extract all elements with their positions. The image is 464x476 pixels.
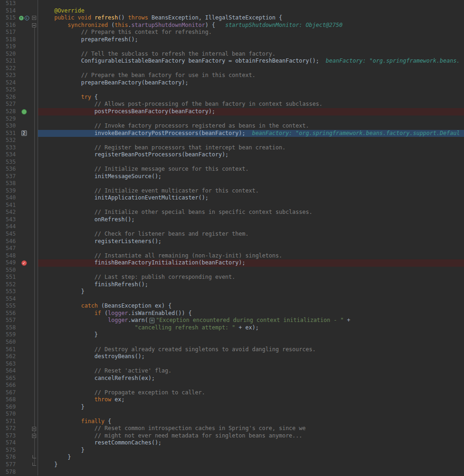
gutter[interactable]: 565 <box>0 375 38 382</box>
line-number[interactable]: 538 <box>0 180 17 187</box>
fold-area[interactable] <box>31 464 37 466</box>
gutter[interactable]: 556 <box>0 310 38 317</box>
line-number[interactable]: 515 <box>0 14 17 22</box>
line-number[interactable]: 541 <box>0 202 17 209</box>
code-line[interactable]: 514 @Override <box>0 7 464 15</box>
code-text[interactable] <box>38 65 464 72</box>
code-line[interactable]: 517 // Prepare this context for refreshi… <box>0 29 464 36</box>
gutter[interactable]: 563 <box>0 360 38 368</box>
code-line[interactable]: 565 cancelRefresh(ex); <box>0 375 464 382</box>
line-number[interactable]: 577 <box>0 461 17 469</box>
gutter[interactable]: 514 <box>0 7 38 15</box>
gutter[interactable]: 553 <box>0 288 38 296</box>
line-number[interactable]: 533 <box>0 144 17 152</box>
gutter[interactable]: 552 <box>0 281 38 289</box>
gutter[interactable]: 539 <box>0 187 38 195</box>
code-text[interactable]: // Instantiate all remaining (non-lazy-i… <box>38 252 464 260</box>
code-text[interactable] <box>38 116 464 123</box>
gutter[interactable]: 524 <box>0 79 38 87</box>
line-number[interactable]: 550 <box>0 267 17 274</box>
code-text[interactable]: } <box>38 454 464 461</box>
code-line[interactable]: 544 <box>0 223 464 231</box>
line-number[interactable]: 563 <box>0 360 17 368</box>
code-text[interactable] <box>38 296 464 303</box>
code-text[interactable] <box>38 411 464 418</box>
line-number[interactable]: 551 <box>0 274 17 281</box>
code-line[interactable]: 518 prepareRefresh(); <box>0 36 464 44</box>
code-line[interactable]: 528 postProcessBeanFactory(beanFactory); <box>0 108 464 116</box>
code-text[interactable]: postProcessBeanFactory(beanFactory); <box>38 108 464 116</box>
fold-collapse-icon[interactable] <box>32 23 36 27</box>
code-line[interactable]: 562 destroyBeans(); <box>0 353 464 360</box>
gutter[interactable]: 555 <box>0 302 38 310</box>
line-number[interactable]: 518 <box>0 36 17 44</box>
gutter[interactable]: 515↑↓ <box>0 14 38 22</box>
code-line[interactable]: 516 synchronized (this.startupShutdownMo… <box>0 22 464 29</box>
line-number[interactable]: 542 <box>0 209 17 216</box>
gutter[interactable]: 559 <box>0 331 38 339</box>
code-line[interactable]: 533 // Register bean processors that int… <box>0 144 464 152</box>
line-number[interactable]: 544 <box>0 223 17 231</box>
code-line[interactable]: 5312 invokeBeanFactoryPostProcessors(bea… <box>0 130 464 137</box>
line-number[interactable]: 556 <box>0 310 17 317</box>
code-text[interactable]: cancelRefresh(ex); <box>38 375 464 382</box>
code-text[interactable]: prepareBeanFactory(beanFactory); <box>38 79 464 87</box>
gutter[interactable]: 516 <box>0 22 38 29</box>
line-number[interactable]: 527 <box>0 101 17 108</box>
code-line[interactable]: 542 // Initialize other special beans in… <box>0 209 464 216</box>
gutter[interactable]: 536 <box>0 166 38 173</box>
gutter[interactable]: 522 <box>0 65 38 72</box>
gutter[interactable]: 517 <box>0 29 38 36</box>
code-text[interactable]: // Last step: publish corresponding even… <box>38 274 464 281</box>
code-line[interactable]: 547 <box>0 245 464 252</box>
code-text[interactable]: // Propagate exception to caller. <box>38 389 464 397</box>
code-text[interactable]: registerBeanPostProcessors(beanFactory); <box>38 151 464 159</box>
code-line[interactable]: 557 logger.warn(∞"Exception encountered … <box>0 317 464 324</box>
gutter[interactable]: 570 <box>0 411 38 418</box>
gutter[interactable]: 575 <box>0 447 38 454</box>
code-text[interactable] <box>38 245 464 252</box>
code-text[interactable]: try { <box>38 94 464 101</box>
code-text[interactable]: registerListeners(); <box>38 238 464 245</box>
gutter[interactable]: 544 <box>0 223 38 231</box>
line-number[interactable]: 523 <box>0 72 17 79</box>
code-text[interactable]: } <box>38 288 464 296</box>
code-line[interactable]: 556 if (logger.isWarnEnabled()) { <box>0 310 464 317</box>
overridden-method-icon[interactable]: ↓ <box>25 16 29 20</box>
code-text[interactable]: } <box>38 461 464 469</box>
code-line[interactable]: 571 finally { <box>0 418 464 425</box>
line-number[interactable]: 564 <box>0 367 17 375</box>
code-text[interactable]: onRefresh(); <box>38 216 464 224</box>
code-line[interactable]: 578 <box>0 469 464 476</box>
line-number[interactable]: 557 <box>0 317 17 324</box>
gutter[interactable]: 543 <box>0 216 38 224</box>
gutter[interactable]: 540 <box>0 194 38 202</box>
code-line[interactable]: 535 <box>0 159 464 166</box>
line-number[interactable]: 539 <box>0 187 17 195</box>
code-text[interactable] <box>38 469 464 476</box>
code-line[interactable]: 568 throw ex; <box>0 396 464 404</box>
code-line[interactable]: 575 } <box>0 447 464 454</box>
line-number[interactable]: 568 <box>0 396 17 404</box>
gutter[interactable]: 519 <box>0 43 38 51</box>
gutter[interactable]: 549✓ <box>0 259 38 267</box>
gutter[interactable]: 546 <box>0 238 38 245</box>
code-line[interactable]: 564 // Reset 'active' flag. <box>0 367 464 375</box>
gutter[interactable]: 521 <box>0 58 38 65</box>
line-number[interactable]: 534 <box>0 151 17 159</box>
code-line[interactable]: 550 <box>0 267 464 274</box>
code-line[interactable]: 546 registerListeners(); <box>0 238 464 245</box>
gutter[interactable]: 572 <box>0 425 38 432</box>
gutter[interactable]: 526 <box>0 94 38 101</box>
gutter[interactable]: 568 <box>0 396 38 404</box>
code-line[interactable]: 532 <box>0 137 464 144</box>
gutter[interactable]: 525 <box>0 86 38 94</box>
code-text[interactable]: finally { <box>38 418 464 425</box>
gutter[interactable]: 554 <box>0 296 38 303</box>
code-line[interactable]: 559 } <box>0 331 464 339</box>
code-text[interactable]: // Check for listener beans and register… <box>38 231 464 238</box>
inline-badge-icon[interactable]: ∞ <box>149 318 155 323</box>
code-text[interactable]: // Invoke factory processors registered … <box>38 122 464 130</box>
code-text[interactable] <box>38 382 464 389</box>
line-number[interactable]: 522 <box>0 65 17 72</box>
